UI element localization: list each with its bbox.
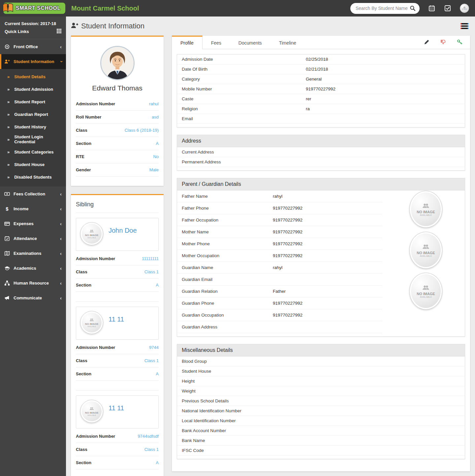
sidebar-item-label: Communicate <box>14 295 42 300</box>
field-label: Email <box>177 116 306 121</box>
user-avatar[interactable]: NO IMAGE <box>460 4 469 13</box>
field-value: 919770227992 <box>273 206 302 211</box>
sidebar-item[interactable]: Examinations ‹ <box>0 246 66 261</box>
search-icon[interactable] <box>410 5 416 11</box>
profile-row: Admission Date 02/25/2018 <box>177 54 465 64</box>
page-title: Student Information <box>71 22 144 30</box>
submenu-item[interactable]: » Guardian Report <box>0 108 66 120</box>
svg-text:$: $ <box>6 206 9 212</box>
field-value: 919770227992 <box>273 301 302 306</box>
sibling-detail-row: Section A <box>76 367 159 381</box>
field-label: Bank Name <box>177 438 205 443</box>
double-arrow-icon: » <box>7 175 10 180</box>
submenu-item[interactable]: » Student Login Credential <box>0 133 66 146</box>
sidebar-nav: Current Session: 2017-18 Quick Links Fro… <box>0 17 66 476</box>
basic-info-section: Admission Date 02/25/2018 Date Of Birth … <box>177 54 465 127</box>
sidebar-item-label: Human Resource <box>14 281 49 286</box>
parent-row: Guardian Name rahyl <box>177 262 382 274</box>
sidebar-item[interactable]: Academics ‹ <box>0 261 66 276</box>
field-value: 919770227992 <box>273 218 302 222</box>
double-arrow-icon: » <box>7 74 10 79</box>
field-label: Father Name <box>177 194 273 199</box>
search-input[interactable] <box>356 6 410 11</box>
field-label: Mother Occupation <box>177 253 273 258</box>
sidebar-item-label: Income <box>14 206 29 211</box>
address-section: Address Current Address Permanent Addr <box>177 135 465 171</box>
field-value: 919770227992 <box>273 241 302 246</box>
sidebar-item-label: Fees Collection <box>14 191 45 196</box>
submenu-item[interactable]: » Student History <box>0 120 66 133</box>
login-key-icon[interactable] <box>457 39 463 45</box>
detail-label: Roll Number <box>76 115 101 119</box>
hamburger-menu-icon[interactable] <box>459 21 470 31</box>
calendar-icon[interactable] <box>428 5 435 12</box>
field-label: Father Occupation <box>177 218 273 222</box>
sidebar-item-student-information[interactable]: Student Information ‹ <box>0 54 66 69</box>
parent-row: Mother Occupation 919770227992 <box>177 250 382 262</box>
sidebar-item[interactable]: Fees Collection ‹ <box>0 187 66 201</box>
spacer-row <box>76 381 159 391</box>
double-arrow-icon: » <box>7 150 10 154</box>
sibling-card[interactable]: NO IMAGE AVAILABLE 11 11 <box>76 395 159 428</box>
submenu-item[interactable]: » Student Categories <box>0 146 66 158</box>
detail-label: Admission Number <box>76 101 115 106</box>
sidebar-item[interactable]: Human Resource ‹ <box>0 276 66 290</box>
academics-icon <box>4 265 10 271</box>
parent-row: Guardian Address <box>177 321 382 333</box>
sidebar-item[interactable]: Expenses ‹ <box>0 216 66 231</box>
submenu-item[interactable]: » Student Details <box>0 70 66 83</box>
sibling-card[interactable]: NO IMAGE AVAILABLE John Doe <box>76 218 159 251</box>
miscellaneous-section: Miscellaneous Details Blood Group Stud <box>177 344 465 459</box>
misc-row: Height <box>177 376 465 386</box>
sibling-detail-row: Section A <box>76 279 159 292</box>
student-detail-row: Admission Number rahul <box>76 97 159 111</box>
sidebar-item[interactable]: Front Office ‹ <box>0 39 66 54</box>
field-value: 02/21/2018 <box>306 67 328 72</box>
front-office-icon <box>4 44 10 50</box>
misc-row: Local Identification Number <box>177 416 465 426</box>
student-summary-card: Edward Thomas Admission Number rahul Rol… <box>71 36 164 186</box>
student-search-box[interactable] <box>350 3 420 14</box>
field-value: 919770227992 <box>306 86 335 91</box>
sibling-entry: NO IMAGE AVAILABLE John Doe Admission Nu… <box>76 218 159 302</box>
sibling-name-link[interactable]: 11 11 <box>109 316 124 323</box>
section-title: Parent / Guardian Details <box>177 178 465 190</box>
sidebar-item[interactable]: $ Income ‹ <box>0 201 66 216</box>
tab[interactable]: Timeline <box>270 36 305 49</box>
sibling-panel: Sibling NO IMAGE AVAILABLE John Doe <box>71 194 164 476</box>
tasks-check-icon[interactable] <box>444 5 451 12</box>
detail-value: A <box>156 141 159 146</box>
submenu-item-label: Disabled Students <box>14 175 51 180</box>
submenu-item[interactable]: » Student Report <box>0 95 66 108</box>
field-label: Date Of Birth <box>177 67 306 72</box>
chevron-left-icon: ‹ <box>60 280 62 286</box>
field-label: National Identification Number <box>177 408 241 413</box>
sibling-name-link[interactable]: John Doe <box>109 227 137 234</box>
sibling-name-link[interactable]: 11 11 <box>109 404 124 412</box>
field-label: Mobile Number <box>177 86 306 91</box>
field-label: Bank Account Number <box>177 428 226 433</box>
tab[interactable]: Profile <box>172 36 203 49</box>
sidebar-item[interactable]: Communicate ‹ <box>0 290 66 305</box>
field-value: 02/25/2018 <box>306 57 328 62</box>
double-arrow-icon: » <box>7 137 10 142</box>
field-value: rahyl <box>273 265 282 270</box>
hr-icon <box>4 280 10 286</box>
submenu-item[interactable]: » Student Admission <box>0 83 66 95</box>
field-label: Category <box>177 77 306 82</box>
tab[interactable]: Fees <box>203 36 230 49</box>
sibling-card[interactable]: NO IMAGE AVAILABLE 11 11 <box>76 307 159 340</box>
field-label: Permanent Address <box>177 159 306 164</box>
disable-thumbsdown-icon[interactable] <box>440 39 446 45</box>
field-label: Guardian Phone <box>177 301 273 306</box>
no-image-avatar: NO IMAGE AVAILABLE <box>80 311 103 334</box>
quick-links[interactable]: Quick Links <box>5 27 61 36</box>
app-logo[interactable]: SMART SCHOOL <box>0 0 66 17</box>
submenu-item[interactable]: » Student House <box>0 158 66 171</box>
submenu-item[interactable]: » Disabled Students <box>0 171 66 183</box>
tab[interactable]: Documents <box>230 36 270 49</box>
sidebar-item[interactable]: Attendance ‹ <box>0 231 66 246</box>
grid-icon[interactable] <box>57 29 61 34</box>
edit-pencil-icon[interactable] <box>424 39 430 45</box>
field-value: 919770227992 <box>273 313 302 318</box>
